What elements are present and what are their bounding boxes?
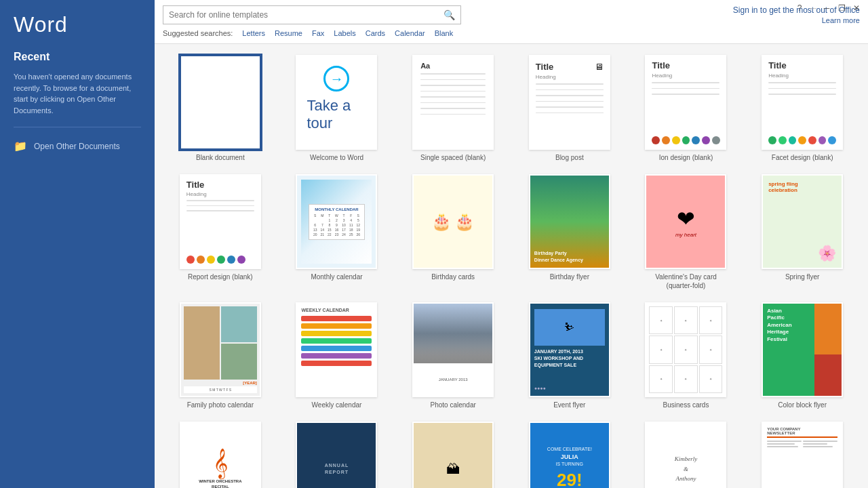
template-wedding[interactable]: Kimberly&Anthony Wedding invitation: [631, 419, 741, 488]
colorblock-orange: [814, 304, 842, 354]
bday29-age: 29!: [557, 468, 583, 488]
suggested-tag-cards[interactable]: Cards: [363, 28, 388, 38]
window-chrome: ? — ─ ❐ ✕: [788, 0, 868, 16]
template-label-valentine: Valentine's Day card (quarter-fold): [645, 272, 726, 290]
template-newsletter[interactable]: YOUR COMPANYNEWSLETTER: [747, 419, 857, 488]
newsletter-divider: [767, 436, 837, 438]
template-thumb-ss: Aa: [412, 55, 494, 150]
learn-more-link[interactable]: Learn more: [733, 16, 860, 24]
ion-color-red: [652, 136, 660, 144]
recent-empty-message: You haven't opened any documents recentl…: [0, 67, 155, 127]
template-blank-document[interactable]: Blank document: [165, 52, 275, 165]
report-color-2: [197, 256, 205, 264]
template-business-cards[interactable]: ✦ ✦ ✦ ✦ ✦ ✦ ✦ ✦ ✦ Business cards: [631, 300, 741, 412]
template-monthly-calendar[interactable]: MONTHLY CALENDAR SMTWTFS 12345 678910111…: [282, 171, 392, 293]
template-label-photo-cal: Photo calendar: [431, 401, 476, 409]
template-facet-design[interactable]: Title Heading Facet de: [747, 52, 857, 165]
ion-color-gray: [712, 136, 720, 144]
ion-color-palette: [652, 136, 719, 144]
template-label-spring: Spring flyer: [785, 272, 820, 281]
wedding-content: Kimberly&Anthony: [646, 423, 725, 488]
template-single-spaced[interactable]: Aa Single spaced (blank): [398, 52, 508, 165]
minimize-button[interactable]: ─: [821, 3, 833, 14]
wk-row-2: [301, 323, 372, 329]
template-thumb-wedding: Kimberly&Anthony: [645, 422, 726, 488]
biz-card-2: ✦: [674, 306, 698, 334]
report-line-2: [186, 205, 254, 207]
suggested-tag-calendar[interactable]: Calendar: [392, 28, 428, 38]
report-color-4: [217, 256, 225, 264]
open-docs-label: Open Other Documents: [34, 142, 120, 151]
template-concert[interactable]: 𝄞 WINTER ORCHESTRARECITAL Winter orchest…: [165, 419, 275, 488]
report-color-3: [207, 256, 215, 264]
suggested-tag-labels[interactable]: Labels: [331, 28, 358, 38]
suggested-tag-blank[interactable]: Blank: [432, 28, 456, 38]
ion-line-1: [652, 82, 719, 83]
ss-line-3: [420, 85, 486, 86]
biz-card-4: ✦: [649, 336, 673, 363]
concert-text: WINTER ORCHESTRARECITAL: [199, 479, 241, 488]
ion-thumb-content: Title Heading: [646, 56, 725, 148]
search-input[interactable]: [169, 10, 443, 20]
template-annual-report[interactable]: ANNUALREPORT Annual report: [282, 419, 392, 488]
search-icon[interactable]: 🔍: [443, 9, 455, 20]
template-label-facet: Facet design (blank): [772, 153, 833, 162]
facet-line-2: [768, 88, 836, 89]
suggested-tag-letters[interactable]: Letters: [239, 28, 268, 38]
help-button[interactable]: ?: [793, 3, 806, 14]
close-button[interactable]: ✕: [850, 3, 863, 14]
ion-heading: Heading: [652, 73, 719, 79]
photocal-calendar-area: JANUARY 2013: [414, 363, 492, 396]
blog-line-5: [536, 106, 604, 108]
report-title: Title: [186, 180, 254, 190]
template-thumb-event: ⛷ JANUARY 20TH, 2013SKI WORKSHOP ANDEQUI…: [529, 302, 610, 397]
template-label-biz: Business cards: [663, 401, 709, 409]
bday-flyer-text: Birthday PartyDinner Dance Agency: [534, 250, 605, 264]
ss-line-8: [420, 114, 486, 115]
wk-row-4: [301, 338, 372, 344]
template-birthday-cards[interactable]: 🎂 🎂 Birthday cards: [398, 171, 508, 293]
sidebar-divider: [14, 127, 141, 127]
annual-content: ANNUALREPORT: [297, 423, 376, 488]
template-color-block-flyer[interactable]: AsianPacificAmericanHeritageFestival Col…: [747, 300, 857, 412]
facet-color-3: [789, 136, 797, 144]
open-other-docs-button[interactable]: 📁 Open Other Documents: [0, 136, 155, 157]
template-company-photo[interactable]: 🏔 Company newsletter: [398, 419, 508, 488]
template-thumb-bday29: COME CELEBRATE! JULIA IS TURNING 29!: [529, 422, 610, 488]
template-thumb-annual: ANNUALREPORT: [296, 422, 377, 488]
wedding-text: Kimberly&Anthony: [675, 454, 698, 483]
facet-color-2: [778, 136, 787, 144]
suggested-tag-fax[interactable]: Fax: [309, 28, 327, 38]
restore-button[interactable]: ❐: [835, 3, 848, 14]
event-logo: ●●●●: [534, 386, 546, 390]
event-content: ⛷ JANUARY 20TH, 2013SKI WORKSHOP ANDEQUI…: [530, 304, 609, 396]
template-valentines-card[interactable]: ❤ my heart Valentine's Day card (quarter…: [631, 171, 741, 293]
facet-color-1: [768, 136, 776, 144]
report-color-6: [237, 256, 245, 264]
template-weekly-calendar[interactable]: WEEKLY CALENDAR Weekly calendar: [282, 300, 392, 412]
template-spring-flyer[interactable]: spring flingcelebration 🌸 Spring flyer: [747, 171, 857, 293]
blog-title-text: Title: [536, 62, 554, 72]
template-family-photo-calendar[interactable]: [YEAR] S M T W T F S Family photo calend…: [165, 300, 275, 412]
template-blog-post[interactable]: Title 🖥 Heading Blog post: [515, 52, 625, 165]
template-event-flyer[interactable]: ⛷ JANUARY 20TH, 2013SKI WORKSHOP ANDEQUI…: [515, 300, 625, 412]
template-report-design[interactable]: Title Heading Report design (blank): [165, 171, 275, 293]
template-thumb-company: 🏔: [412, 422, 494, 488]
wk-row-7: [301, 361, 372, 366]
nl-col1-line2: [767, 443, 795, 445]
template-grid: Blank document → Take atour Welcome to W…: [155, 44, 868, 488]
template-photo-calendar[interactable]: JANUARY 2013 Photo calendar: [398, 300, 508, 412]
template-ion-design[interactable]: Title Heading Ion desi: [631, 52, 741, 165]
template-birthday-29[interactable]: COME CELEBRATE! JULIA IS TURNING 29! Bir…: [515, 419, 625, 488]
photocal-content: JANUARY 2013: [414, 304, 492, 396]
template-label-event: Event flyer: [553, 401, 585, 409]
bday29-is-turning: IS TURNING: [556, 461, 583, 468]
ion-color-blue: [692, 136, 700, 144]
template-birthday-flyer[interactable]: Birthday PartyDinner Dance Agency Birthd…: [515, 171, 625, 293]
template-welcome-word[interactable]: → Take atour Welcome to Word: [282, 52, 392, 165]
template-label-colorblock: Color block flyer: [778, 401, 827, 409]
template-label-family-cal: Family photo calendar: [187, 401, 254, 409]
suggested-tag-resume[interactable]: Resume: [272, 28, 305, 38]
spring-title: spring flingcelebration: [768, 181, 836, 193]
ion-title: Title: [652, 60, 719, 70]
